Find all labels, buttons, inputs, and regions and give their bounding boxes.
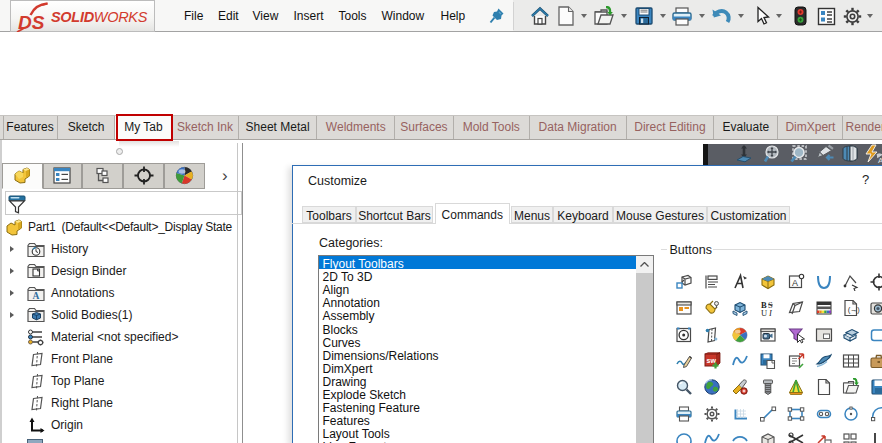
svg-text:A: A xyxy=(878,156,882,164)
svg-text:A: A xyxy=(33,291,40,301)
